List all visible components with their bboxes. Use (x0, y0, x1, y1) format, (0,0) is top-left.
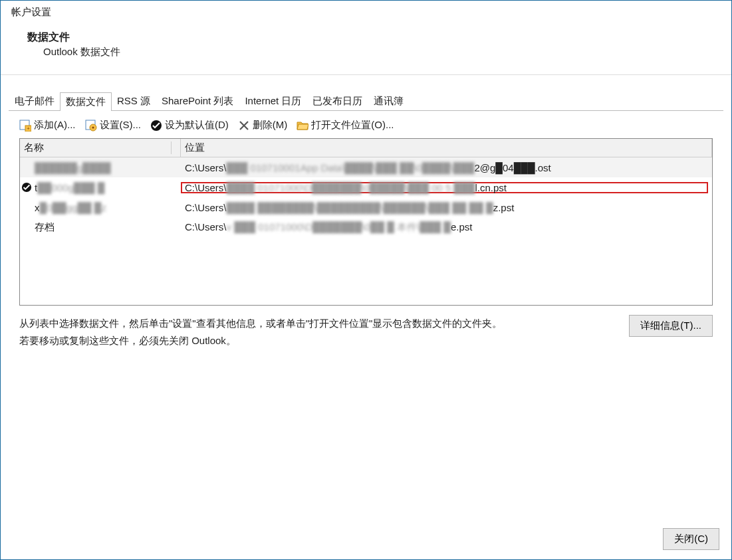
details-button[interactable]: 详细信息(T)... (629, 315, 713, 337)
delete-label: 删除(M) (253, 119, 288, 132)
add-icon: + (19, 120, 31, 132)
dialog-header: 帐户设置 数据文件 Outlook 数据文件 (1, 1, 731, 75)
tab-internet-cal[interactable]: Internet 日历 (239, 92, 307, 110)
open-location-label: 打开文件位置(O)... (311, 119, 394, 132)
table-row[interactable]: 存档C:\Users\v ███ 01071000\D███████\0██ █… (20, 217, 712, 237)
tab-sharepoint[interactable]: SharePoint 列表 (156, 92, 239, 110)
location-cell: C:\Users\████ 01071000\D███████\0█████\█… (181, 182, 712, 193)
table-body: ██████g████C:\Users\███ 010710001App Dat… (20, 157, 712, 305)
table-header: 名称 位置 (20, 139, 712, 157)
svg-point-5 (92, 126, 94, 128)
delete-button[interactable]: 删除(M) (238, 119, 288, 132)
location-cell: C:\Users\███ 010710001App Data\████\███ … (181, 162, 712, 173)
column-location[interactable]: 位置 (181, 139, 712, 157)
close-button[interactable]: 关闭(C) (663, 528, 719, 550)
tab-email[interactable]: 电子邮件 (9, 92, 61, 110)
section-title: 数据文件 (27, 31, 721, 45)
tabs: 电子邮件 数据文件 RSS 源 SharePoint 列表 Internet 日… (9, 90, 723, 111)
description-line2: 若要移动或复制这些文件，必须先关闭 Outlook。 (19, 332, 502, 349)
data-file-table: 名称 位置 ██████g████C:\Users\███ 010710001A… (19, 138, 713, 306)
name-cell: 存档 (33, 221, 181, 234)
dialog-title: 帐户设置 (11, 6, 721, 19)
add-button[interactable]: + 添加(A)... (19, 119, 76, 132)
description-line1: 从列表中选择数据文件，然后单击"设置"查看其他信息，或者单击"打开文件位置"显示… (19, 315, 502, 332)
table-row[interactable]: t██000g███ █C:\Users\████ 01071000\D████… (20, 177, 712, 197)
default-button[interactable]: 设为默认值(D) (150, 119, 229, 132)
table-row[interactable]: x█0██gg██ █zC:\Users\████ ████████\█████… (20, 197, 712, 217)
add-label: 添加(A)... (34, 119, 76, 132)
location-cell: C:\Users\v ███ 01071000\D███████\0██ █ 本… (181, 221, 712, 234)
description-text: 从列表中选择数据文件，然后单击"设置"查看其他信息，或者单击"打开文件位置"显示… (19, 315, 502, 349)
location-cell: C:\Users\████ ████████\█████████\██████\… (181, 202, 712, 213)
column-resize-handle[interactable] (171, 141, 176, 154)
section-subtitle: Outlook 数据文件 (27, 45, 721, 58)
column-name[interactable]: 名称 (20, 139, 181, 157)
name-cell: t██000g███ █ (33, 182, 181, 193)
svg-text:+: + (27, 126, 30, 132)
delete-icon (238, 120, 250, 132)
settings-icon (85, 120, 97, 132)
folder-open-icon (297, 120, 308, 132)
dialog-footer: 关闭(C) (663, 528, 719, 550)
table-row[interactable]: ██████g████C:\Users\███ 010710001App Dat… (20, 157, 712, 177)
default-indicator (20, 182, 33, 193)
default-label: 设为默认值(D) (165, 119, 229, 132)
open-location-button[interactable]: 打开文件位置(O)... (297, 119, 394, 132)
tab-published-cal[interactable]: 已发布日历 (306, 92, 368, 110)
settings-button[interactable]: 设置(S)... (85, 119, 142, 132)
tab-data-files[interactable]: 数据文件 (60, 92, 112, 111)
name-cell: ██████g████ (33, 162, 181, 173)
toolbar: + 添加(A)... 设置(S)... 设为默认值(D) 删除(M) (9, 111, 723, 138)
default-icon (150, 120, 162, 132)
tab-rss[interactable]: RSS 源 (111, 92, 156, 110)
settings-label: 设置(S)... (100, 119, 142, 132)
tab-contacts[interactable]: 通讯簿 (368, 92, 410, 110)
name-cell: x█0██gg██ █z (33, 202, 181, 213)
column-name-label: 名称 (24, 141, 44, 154)
